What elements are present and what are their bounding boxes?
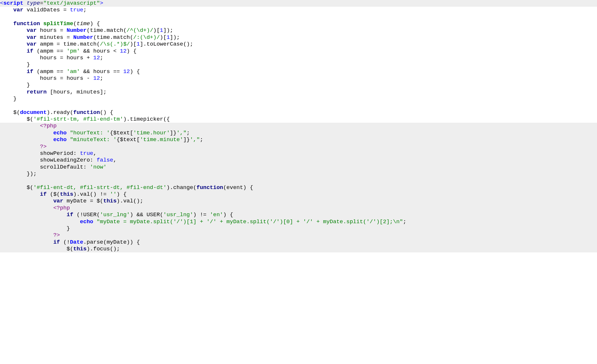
code-line: if (ampm == 'am' && hours == 12) { [0,68,597,75]
code-line: var ampm = time.match(/\s(.*)$/)[1].toLo… [0,41,597,48]
code-line: ?> [0,232,597,239]
code-line: return [hours, minutes]; [0,89,597,96]
code-line [0,102,597,109]
code-line [0,177,597,184]
code-line: var validDates = true; [0,7,597,13]
code-line: } [0,61,597,68]
code-line [0,14,597,20]
code-line: } [0,225,597,232]
code-line: showLeadingZero: false, [0,157,597,164]
code-line: <script type="text/javascript"> [0,0,597,7]
code-line: ?> [0,143,597,150]
code-line: }); [0,171,597,177]
code-line: scrollDefault: 'now' [0,164,597,171]
code-line: } [0,82,597,89]
code-line: $('#fil-strt-tm, #fil-end-tm').timepicke… [0,116,597,123]
code-line: echo "myDate = myDate.split('/')[1] + '/… [0,219,597,225]
code-block: <script type="text/javascript"> var vali… [0,0,597,252]
code-line: <?php [0,205,597,212]
code-line: if ($(this).val() != '') { [0,191,597,198]
code-line: } [0,96,597,102]
code-line: if (!USER('usr_lng') && USER('usr_lng') … [0,212,597,218]
code-line: $(document).ready(function() { [0,109,597,116]
code-line: showPeriod: true, [0,150,597,157]
code-line: echo "hourText: '{$text['time.hour']}',"… [0,130,597,136]
code-line: hours = hours - 12; [0,75,597,82]
code-line: var hours = Number(time.match(/^(\d+)/)[… [0,27,597,34]
code-line: $('#fil-ent-dt, #fil-strt-dt, #fil-end-d… [0,184,597,191]
code-line: var myDate = $(this).val(); [0,198,597,204]
code-line: echo "minuteText: '{$text['time.minute']… [0,136,597,143]
code-line: if (ampm == 'pm' && hours < 12) { [0,48,597,55]
code-line: hours = hours + 12; [0,55,597,61]
code-line: var minutes = Number(time.match(/:(\d+)/… [0,34,597,41]
code-line: <?php [0,123,597,129]
code-line: function splitTime(time) { [0,20,597,27]
code-line: $(this).focus(); [0,246,597,252]
code-line: if (!Date.parse(myDate)) { [0,239,597,246]
